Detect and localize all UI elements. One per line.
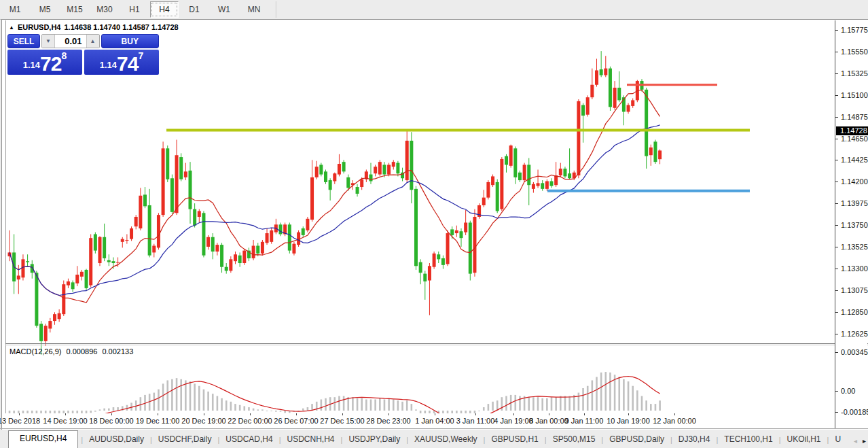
time-tick-label: 12 Jan 00:00 (653, 417, 696, 425)
macd-tick-label: 0.00 (841, 387, 855, 395)
chart-tab-ukoil-h1[interactable]: UKOil,H1 (781, 432, 827, 448)
price-tick-label: 1.14875 (841, 113, 868, 121)
price-tick-mark (835, 30, 838, 31)
buy-price-pip: 7 (138, 52, 143, 60)
time-tick-label: 18 Dec 00:00 (89, 417, 133, 425)
price-tick-label: 1.13300 (841, 264, 868, 273)
time-tick-label: 8 Jan 00:00 (529, 417, 568, 425)
buy-price-main: 74 (117, 54, 138, 74)
time-tick-label: 27 Dec 15:00 (320, 417, 364, 425)
volume-increase-button[interactable]: ▲ (86, 35, 99, 48)
time-tick-mark (584, 413, 585, 415)
price-axis: 1.157751.155501.153251.151001.148751.146… (835, 20, 867, 428)
tabs-scroll-right-icon[interactable]: ▸ (863, 437, 866, 445)
price-tick-label: 1.12625 (841, 330, 868, 338)
chart-tab-tech100-h1[interactable]: TECH100,H1 (718, 432, 778, 448)
time-tick-label: 10 Jan 19:00 (607, 417, 650, 425)
volume-decrease-button[interactable]: ▼ (42, 35, 55, 48)
price-tick-label: 1.15100 (841, 91, 868, 99)
price-tick-mark (835, 52, 838, 52)
chart-window (1, 19, 868, 430)
time-tick-mark (475, 413, 476, 415)
time-axis: 13 Dec 201814 Dec 19:0018 Dec 00:0019 De… (5, 413, 835, 428)
volume-input[interactable] (55, 35, 86, 48)
price-tick-mark (835, 225, 838, 226)
price-tick-label: 1.13525 (841, 243, 868, 251)
time-tick-mark (513, 413, 514, 415)
time-tick-label: 20 Dec 19:00 (181, 417, 225, 425)
chart-tab-usdcad-h4[interactable]: USDCAD,H4 (219, 432, 278, 448)
price-tick-mark (835, 312, 838, 313)
macd-tick-label: 0.003452 (841, 348, 868, 356)
time-tick-label: 26 Dec 07:00 (274, 417, 318, 425)
volume-spinner: ▼ ▲ (41, 34, 100, 48)
time-tick-mark (628, 413, 629, 415)
chart-tab-audusd-daily[interactable]: AUDUSD,Daily (83, 432, 150, 448)
timeframe-toolbar: M1M5M15M30H1H4D1W1MN (0, 0, 868, 20)
chart-tab-dj30-h4[interactable]: DJ30,H4 (672, 432, 717, 448)
macd-signal-value: 0.002133 (102, 347, 133, 356)
price-tick-label: 1.12850 (841, 308, 868, 316)
price-tick-label: 1.15550 (841, 48, 868, 56)
price-tick-mark (835, 290, 838, 291)
timeframe-button-w1[interactable]: W1 (210, 1, 238, 18)
sell-price-display[interactable]: 1.14728 (7, 50, 82, 75)
price-tick-label: 1.13975 (841, 199, 868, 207)
time-tick-label: 13 Dec 2018 (0, 417, 40, 425)
time-tick-label: 1 Jan 04:00 (415, 417, 454, 425)
time-axis-border (0, 428, 868, 429)
chart-tab-eurusd-h4[interactable]: EURUSD,H4 (8, 430, 78, 448)
time-tick-mark (158, 413, 158, 415)
sell-price-pip: 8 (61, 52, 67, 60)
buy-button[interactable]: BUY (101, 34, 160, 48)
chart-symbol-period: EURUSD,H4 (18, 23, 61, 31)
chart-tab-usdjpy-daily[interactable]: USDJPY,Daily (342, 432, 406, 448)
timeframe-button-m30[interactable]: M30 (90, 1, 119, 18)
chart-tab-gbpusd-h1[interactable]: GBPUSD,H1 (485, 432, 544, 448)
panel-toggle-icon[interactable]: ▲ (9, 24, 14, 31)
chart-title: ▲ EURUSD,H4 1.14638 1.14740 1.14587 1.14… (9, 23, 179, 31)
chart-tab-usdchf-daily[interactable]: USDCHF,Daily (152, 432, 218, 448)
time-tick-label: 19 Dec 11:00 (136, 417, 180, 425)
time-tick-label: 22 Dec 00:00 (228, 417, 272, 425)
price-tick-mark (835, 95, 838, 96)
time-tick-label: 14 Dec 19:00 (43, 417, 87, 425)
price-tick-label: 1.13750 (841, 221, 868, 229)
tabs-scroll-left-icon[interactable]: ◂ (854, 437, 857, 445)
macd-tick-mark (835, 391, 838, 392)
macd-tick-mark (835, 352, 838, 353)
sell-button[interactable]: SELL (7, 34, 40, 48)
timeframe-button-m1[interactable]: M1 (1, 1, 29, 18)
tab-scroll-arrows: ◂ ▸ (851, 437, 866, 445)
price-tick-label: 1.14425 (841, 156, 868, 164)
price-tick-mark (835, 139, 838, 139)
sell-price-main: 72 (40, 54, 61, 74)
chart-tab-sp500-m15[interactable]: SP500,M15 (547, 432, 602, 448)
pane-divider[interactable] (5, 343, 868, 344)
chart-tab-usdcnh-h4[interactable]: USDCNH,H4 (281, 432, 341, 448)
timeframe-button-h1[interactable]: H1 (120, 1, 149, 18)
price-tick-label: 1.15325 (841, 69, 868, 77)
price-tick-label: 1.15775 (841, 26, 868, 34)
pane-divider-shadow (5, 345, 868, 345)
timeframe-button-d1[interactable]: D1 (180, 1, 209, 18)
toolbar-separator (276, 1, 276, 18)
price-tick-label: 1.14200 (841, 177, 868, 186)
timeframe-button-m5[interactable]: M5 (31, 1, 59, 18)
time-tick-mark (204, 413, 204, 415)
price-chart-pane[interactable] (7, 40, 837, 364)
chart-tab-gbpusd-daily[interactable]: GBPUSD,Daily (603, 432, 670, 448)
time-tick-mark (674, 413, 675, 415)
chart-tab-u[interactable]: U (829, 432, 847, 448)
time-tick-mark (65, 413, 66, 415)
mt4-terminal: M1M5M15M30H1H4D1W1MN 1.157751.155501.153… (0, 0, 868, 448)
chart-tab-xauusd-weekly[interactable]: XAUUSD,Weekly (408, 432, 483, 448)
timeframe-button-m15[interactable]: M15 (60, 1, 89, 18)
timeframe-button-h4[interactable]: H4 (150, 1, 179, 18)
price-tick-mark (835, 73, 838, 74)
price-tick-mark (835, 203, 838, 204)
buy-price-prefix: 1.14 (100, 56, 117, 74)
time-tick-mark (549, 413, 549, 415)
timeframe-button-mn[interactable]: MN (240, 1, 268, 18)
buy-price-display[interactable]: 1.14747 (84, 50, 159, 75)
